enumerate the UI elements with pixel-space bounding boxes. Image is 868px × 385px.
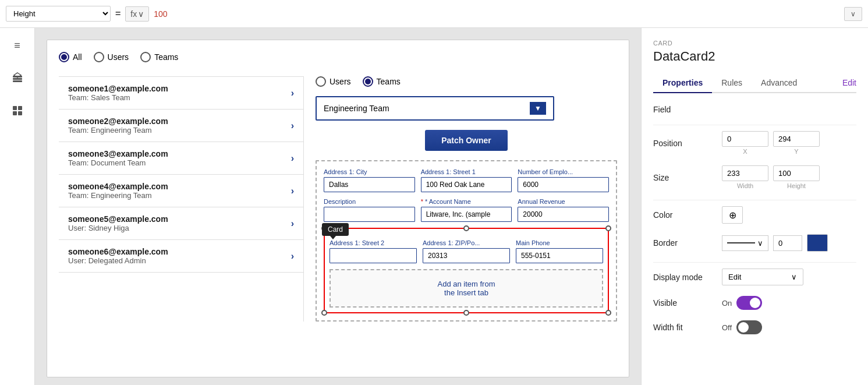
main-layout: ≡ All [0,28,868,385]
field-label-phone: Main Phone [516,239,603,246]
position-y-input[interactable] [773,131,820,147]
field-label-description: Description [324,198,415,205]
formula-value[interactable]: 100 [154,9,167,19]
display-mode-label: Display mode [653,273,717,282]
user-email: someone4@example.com [68,182,168,191]
chevron-right-icon: › [291,88,294,98]
field-label-street1: Address 1: Street 1 [421,168,512,175]
card-tooltip: Card [322,223,349,236]
field-input-phone[interactable] [516,248,603,263]
display-mode-selector[interactable]: Edit ∨ [722,269,803,285]
sidebar: ≡ [0,28,35,385]
tab-rules[interactable]: Rules [712,73,752,93]
field-input-revenue[interactable] [518,207,609,222]
display-mode-value: Edit [728,273,741,281]
size-label: Size [653,173,717,182]
display-mode-chevron: ∨ [791,273,797,281]
radio-users[interactable]: Users [94,52,129,62]
hamburger-icon[interactable]: ≡ [7,35,28,56]
visible-toggle[interactable] [736,296,762,310]
field-input-employees[interactable] [518,177,609,192]
panel-card-label: CARD [653,40,856,47]
selected-card: Card Address 1: Street 2 Address 1: ZIP/… [324,228,609,313]
field-input-description[interactable] [324,207,415,222]
border-label: Border [653,238,717,248]
tab-properties[interactable]: Properties [653,73,712,93]
height-label: Height [787,182,806,189]
resize-handle-bl[interactable] [321,310,327,316]
size-width-input[interactable] [722,165,768,181]
visible-state-label: On [722,299,732,308]
layers-icon[interactable] [7,68,28,89]
fx-chevron: ∨ [138,9,144,19]
position-x-group: X [722,131,768,155]
svg-rect-6 [13,111,17,115]
inner-radio-users[interactable]: Users [316,76,351,87]
border-controls: ∨ [722,234,828,252]
tab-advanced[interactable]: Advanced [752,73,806,93]
field-input-accountname[interactable] [421,207,512,222]
field-input-zip[interactable] [423,248,510,263]
fx-label: fx [130,9,137,19]
position-x-input[interactable] [722,131,768,147]
field-edit-link[interactable]: Edit [842,73,856,92]
user-email: someone3@example.com [68,149,168,158]
insert-placeholder: Add an item fromthe Insert tab [330,269,603,308]
border-color-swatch[interactable] [807,234,828,252]
dashboard-icon[interactable] [7,100,28,121]
position-label: Position [653,139,717,148]
user-team: User: Delegated Admin [68,256,168,265]
resize-handle-br[interactable] [605,310,611,316]
user-email: someone1@example.com [68,84,168,93]
chevron-right-icon: › [291,121,294,131]
inner-radio-users-label: Users [330,77,351,86]
border-style-selector[interactable]: ∨ [722,235,768,251]
form-field-description: Description [324,198,415,222]
list-item[interactable]: someone2@example.com Team: Engineering T… [59,110,303,142]
fx-button[interactable]: fx ∨ [125,6,149,22]
visible-toggle-group: On [722,296,762,310]
list-item[interactable]: someone5@example.com User: Sidney Higa › [59,207,303,240]
width-fit-toggle[interactable] [736,320,762,334]
inner-radio-teams[interactable]: Teams [363,76,401,87]
border-width-input[interactable] [773,235,802,251]
form-field-zip: Address 1: ZIP/Po... [423,239,510,263]
user-list: someone1@example.com Team: Sales Team › … [59,76,303,322]
team-dropdown[interactable]: Engineering Team ▼ [316,96,554,121]
svg-rect-1 [13,78,22,80]
field-input-city[interactable] [324,177,415,192]
position-y-group: Y [773,131,820,155]
list-item[interactable]: someone1@example.com Team: Sales Team › [59,77,303,110]
property-selector[interactable]: Height [6,6,111,22]
position-row: Position X Y [653,131,856,155]
radio-teams-label: Teams [154,52,178,62]
field-input-street1[interactable] [421,177,512,192]
list-item[interactable]: someone6@example.com User: Delegated Adm… [59,240,303,273]
visible-row: Visible On [653,296,856,310]
resize-handle-tr[interactable] [605,225,611,231]
resize-handle-bm[interactable] [463,310,469,316]
user-team: Team: Sales Team [68,93,168,102]
display-mode-row: Display mode Edit ∨ [653,269,856,285]
y-axis-label: Y [794,148,798,155]
formula-bar-expand[interactable]: ∨ [844,7,862,21]
width-fit-state-label: Off [722,323,732,332]
form-grid: Address 1: City Address 1: Street 1 Numb… [324,168,609,222]
color-eyedropper[interactable]: ⊕ [722,206,743,224]
list-item[interactable]: someone4@example.com Team: Engineering T… [59,175,303,207]
radio-users-label: Users [108,52,129,62]
canvas-frame: All Users Teams someone1@example.co [47,40,629,377]
user-email: someone5@example.com [68,214,168,224]
radio-teams[interactable]: Teams [140,52,178,62]
form-field-city: Address 1: City [324,168,415,192]
field-label-zip: Address 1: ZIP/Po... [423,239,510,246]
canvas-area: All Users Teams someone1@example.co [35,28,641,385]
list-item[interactable]: someone3@example.com Team: Document Team… [59,142,303,175]
size-height-group: Height [773,165,820,189]
radio-all[interactable]: All [59,52,82,62]
field-input-street2[interactable] [330,248,417,263]
patch-owner-button[interactable]: Patch Owner [425,130,508,151]
size-height-input[interactable] [773,165,820,181]
resize-handle-tm[interactable] [463,225,469,231]
panel-tabs: Properties Rules Advanced Edit [653,73,856,93]
